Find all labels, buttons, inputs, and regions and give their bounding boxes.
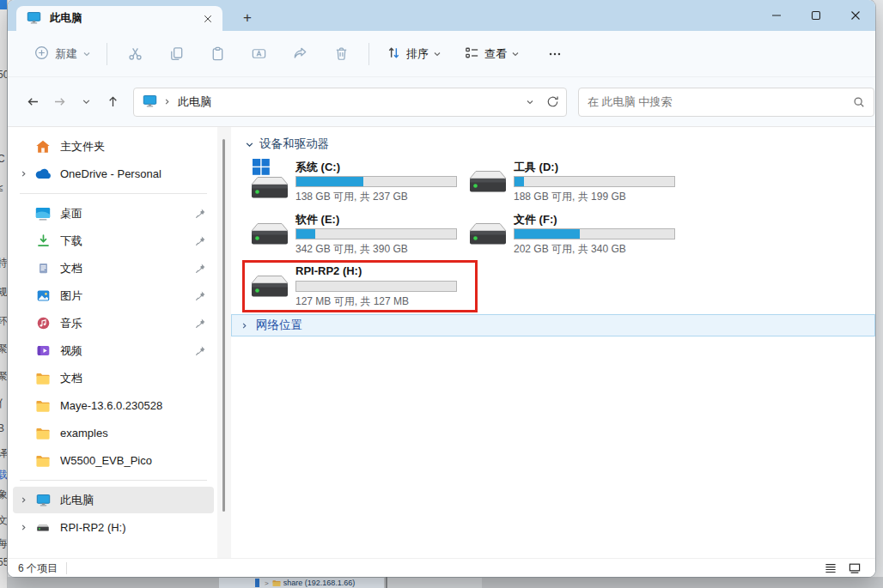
folder-icon: [272, 579, 281, 587]
refresh-button[interactable]: [546, 95, 559, 108]
selection-bar: [255, 579, 259, 587]
sidebar-scrollbar[interactable]: [217, 127, 231, 558]
background-text-fragment: 每: [0, 536, 8, 551]
downloads-icon: [34, 233, 52, 248]
background-explorer-peek: > share (192.168.1.66): [219, 578, 384, 588]
sidebar-item-documents[interactable]: 文档: [13, 255, 214, 282]
background-text-fragment: 50: [0, 69, 8, 81]
tab-close-button[interactable]: [198, 9, 217, 28]
scrollbar-thumb[interactable]: [222, 139, 225, 512]
drive-capacity-caption: 188 GB 可用, 共 199 GB: [514, 190, 684, 204]
background-icon-fragment: [0, 0, 8, 9]
thispc-icon: [34, 493, 52, 507]
file-explorer-window: 此电脑 + 新建 排序 查看: [8, 0, 875, 577]
folder-icon: [34, 372, 52, 385]
sidebar-item-folder-docs[interactable]: 文档: [13, 365, 214, 391]
background-text-fragment: B: [0, 422, 4, 434]
group-header-network[interactable]: 网络位置: [231, 314, 875, 336]
background-text-fragment: 亻: [0, 397, 8, 411]
folder-icon: [34, 399, 52, 413]
sidebar-item-downloads[interactable]: 下载: [13, 227, 214, 254]
sidebar-item-folder-examples[interactable]: examples: [13, 420, 214, 446]
background-text-fragment: 聚: [0, 342, 8, 356]
new-tab-button[interactable]: +: [236, 7, 259, 29]
home-icon: [34, 139, 52, 155]
pin-icon: [193, 345, 207, 356]
drive-name: 软件 (E:): [295, 212, 466, 227]
drive-name: 工具 (D:): [514, 160, 684, 174]
search-input[interactable]: [588, 95, 853, 108]
this-pc-icon: [143, 94, 157, 111]
address-dropdown-icon[interactable]: [526, 98, 534, 106]
background-window-left-sliver: 50C≤特规环聚聚亻B译载象文每55: [0, 0, 8, 588]
address-row: 此电脑: [8, 77, 875, 127]
rename-button[interactable]: [240, 39, 277, 69]
drive-tile-h[interactable]: RPI-RP2 (H:)127 MB 可用, 共 127 MB: [251, 264, 466, 309]
background-text-fragment: 文: [0, 513, 8, 528]
titlebar[interactable]: 此电脑 +: [8, 0, 875, 31]
recent-locations-button[interactable]: [73, 88, 100, 115]
tab-title: 此电脑: [50, 11, 198, 26]
drive-tile-d[interactable]: 工具 (D:)188 GB 可用, 共 199 GB: [469, 160, 684, 204]
more-options-button[interactable]: [538, 39, 572, 69]
drive-capacity-caption: 127 MB 可用, 共 127 MB: [295, 294, 466, 309]
tab-this-pc[interactable]: 此电脑: [16, 6, 222, 31]
chevron-right-icon: >: [265, 579, 269, 587]
documents-icon: [34, 261, 52, 276]
close-button[interactable]: [836, 0, 875, 31]
pin-icon: [193, 318, 207, 329]
capacity-bar: [295, 176, 457, 187]
capacity-bar: [295, 281, 457, 292]
copy-icon: [168, 45, 185, 62]
cut-button[interactable]: [116, 39, 154, 69]
background-text-fragment: 55: [0, 556, 8, 568]
sort-button[interactable]: 排序: [378, 39, 449, 69]
hard-drive-icon: [251, 160, 290, 204]
sidebar-item-onedrive[interactable]: OneDrive - Personal: [13, 161, 214, 187]
drive-tile-f[interactable]: 文件 (F:)202 GB 可用, 共 340 GB: [469, 212, 684, 257]
paste-button[interactable]: [198, 39, 236, 69]
sidebar-item-pictures[interactable]: 图片: [13, 282, 214, 309]
background-fragment: [387, 578, 482, 588]
group-header-devices[interactable]: 设备和驱动器: [231, 136, 875, 153]
address-bar[interactable]: 此电脑: [133, 88, 567, 117]
delete-button[interactable]: [322, 39, 360, 69]
plus-circle-icon: [33, 45, 50, 64]
sidebar-item-home[interactable]: 主文件夹: [13, 133, 214, 160]
hard-drive-icon: [469, 160, 508, 204]
desktop-icon: [34, 207, 52, 221]
sidebar-item-folder-maye[interactable]: Maye-13.6.0.230528: [13, 392, 214, 419]
peek-folder-label: share (192.168.1.66): [283, 579, 356, 587]
sidebar-item-videos[interactable]: 视频: [13, 337, 214, 364]
minimize-button[interactable]: [757, 0, 796, 31]
up-button[interactable]: [100, 88, 126, 115]
back-button[interactable]: [20, 88, 46, 115]
chevron-right-icon: [163, 98, 171, 106]
breadcrumb-item[interactable]: 此电脑: [178, 94, 211, 110]
sidebar-item-rpi-rp2[interactable]: RPI-RP2 (H:): [13, 514, 214, 541]
share-button[interactable]: [281, 39, 319, 69]
new-button[interactable]: 新建: [27, 39, 98, 69]
details-view-toggle[interactable]: [824, 561, 837, 575]
hard-drive-icon: [251, 264, 290, 309]
pictures-icon: [34, 288, 52, 303]
sidebar-item-desktop[interactable]: 桌面: [13, 200, 214, 227]
toolbar-divider: [107, 43, 107, 65]
view-button[interactable]: 查看: [456, 39, 527, 69]
drive-tile-e[interactable]: 软件 (E:)342 GB 可用, 共 390 GB: [251, 212, 466, 257]
sidebar-item-this-pc[interactable]: 此电脑: [13, 487, 214, 513]
sidebar-divider: [20, 193, 207, 194]
chevron-down-icon: [82, 50, 91, 58]
sidebar-item-folder-w5500[interactable]: W5500_EVB_Pico: [13, 447, 214, 474]
large-icons-view-toggle[interactable]: [848, 561, 862, 575]
background-text-fragment: ≤: [0, 182, 3, 194]
background-text-fragment: 规: [0, 285, 8, 300]
hard-drive-icon: [251, 212, 290, 257]
maximize-button[interactable]: [796, 0, 836, 31]
search-box[interactable]: [578, 88, 874, 117]
forward-button[interactable]: [46, 88, 73, 115]
copy-button[interactable]: [157, 39, 195, 69]
drive-icon: [34, 520, 52, 536]
drive-tile-c[interactable]: 系统 (C:)138 GB 可用, 共 237 GB: [251, 160, 466, 204]
sidebar-item-music[interactable]: 音乐: [13, 310, 214, 336]
